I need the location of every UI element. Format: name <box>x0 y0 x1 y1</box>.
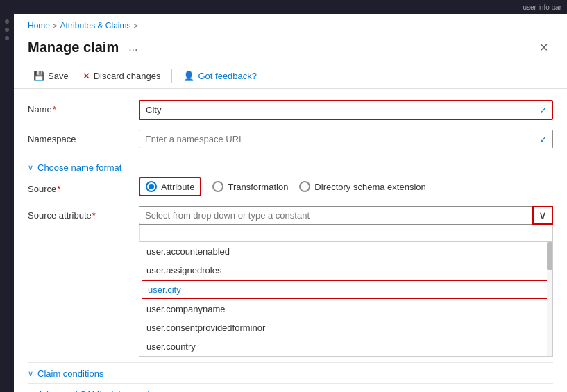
page-title-area: Manage claim ... <box>28 40 142 56</box>
dropdown-trigger-row: ∨ <box>139 206 553 225</box>
source-transformation-option[interactable]: Transformation <box>212 181 288 192</box>
name-input[interactable] <box>139 100 553 120</box>
feedback-button[interactable]: 👤 Got feedback? <box>178 68 262 84</box>
sidebar-dot-3 <box>5 36 9 40</box>
toolbar: 💾 Save ✕ Discard changes 👤 Got feedback? <box>14 64 567 89</box>
source-required: * <box>57 184 60 194</box>
top-bar-text: user info bar <box>523 3 561 11</box>
dropdown-item-country[interactable]: user.country <box>139 337 552 356</box>
attribute-radio-circle <box>146 181 157 192</box>
source-attr-required: * <box>92 210 96 221</box>
scrollbar-track[interactable] <box>547 242 552 356</box>
scrollbar-thumb <box>547 242 552 270</box>
claim-conditions-label: Claim conditions <box>37 368 103 379</box>
dropdown-items-list: user.accountenabled user.assignedroles u… <box>139 242 552 356</box>
dropdown-search-input[interactable] <box>139 225 552 242</box>
form-body: Name* ✓ Namespace ✓ ∨ Choose name format <box>14 89 567 392</box>
source-attribute-option[interactable]: Attribute <box>139 177 201 196</box>
namespace-label: Namespace <box>28 130 139 144</box>
transformation-radio-circle <box>212 181 223 192</box>
attribute-radio-inner <box>149 184 154 189</box>
page-title: Manage claim <box>28 40 119 56</box>
namespace-checkmark: ✓ <box>539 134 548 145</box>
discard-label: Discard changes <box>94 71 161 81</box>
directory-radio-label: Directory schema extension <box>314 182 425 192</box>
breadcrumb-home[interactable]: Home <box>28 21 50 31</box>
source-directory-option[interactable]: Directory schema extension <box>299 181 425 192</box>
chevron-down-icon: ∨ <box>539 209 547 222</box>
dropdown-item-city[interactable]: user.city <box>142 280 550 299</box>
attribute-radio-label: Attribute <box>161 182 194 192</box>
namespace-input-wrap: ✓ <box>139 130 553 148</box>
source-attribute-row: Source attribute* ∨ use <box>28 206 553 357</box>
advanced-saml-label: Advanced SAML claims options <box>37 389 164 392</box>
breadcrumb-sep-1: > <box>53 22 57 30</box>
source-attribute-input[interactable] <box>139 206 553 225</box>
advanced-saml-row[interactable]: ∨ Advanced SAML claims options <box>28 383 553 392</box>
feedback-icon: 👤 <box>183 71 194 81</box>
source-row: Source* Attribute Transformation <box>28 177 553 196</box>
save-button[interactable]: 💾 Save <box>28 68 74 84</box>
source-label: Source* <box>28 180 139 194</box>
feedback-label: Got feedback? <box>198 71 257 81</box>
namespace-row: Namespace ✓ <box>28 130 553 148</box>
claim-conditions-chevron: ∨ <box>28 369 33 378</box>
discard-changes-button[interactable]: ✕ Discard changes <box>77 68 167 84</box>
close-button[interactable]: ✕ <box>534 37 553 57</box>
sidebar <box>0 14 14 392</box>
dropdown-item-consent[interactable]: user.consentprovidedforminor <box>139 318 552 337</box>
name-label: Name* <box>28 100 139 114</box>
dropdown-scroll-container: user.accountenabled user.assignedroles u… <box>139 242 552 356</box>
directory-radio-circle <box>299 181 310 192</box>
save-label: Save <box>48 71 69 81</box>
sidebar-dot-1 <box>5 19 9 24</box>
dropdown-arrow-button[interactable]: ∨ <box>532 206 553 225</box>
namespace-input[interactable] <box>139 130 553 148</box>
dropdown-item-companyname[interactable]: user.companyname <box>139 300 552 318</box>
name-format-label: Choose name format <box>37 162 121 173</box>
sidebar-dot-2 <box>5 28 9 32</box>
discard-icon: ✕ <box>83 71 90 81</box>
name-format-chevron: ∨ <box>28 163 33 172</box>
name-input-wrap: ✓ <box>139 100 553 120</box>
name-row: Name* ✓ <box>28 100 553 120</box>
ellipsis-button[interactable]: ... <box>124 40 142 55</box>
breadcrumb-sep-2: > <box>133 22 137 30</box>
dropdown-item-accountenabled[interactable]: user.accountenabled <box>139 242 552 261</box>
source-radio-group: Attribute Transformation Directory schem… <box>139 177 553 196</box>
dropdown-item-assignedroles[interactable]: user.assignedroles <box>139 261 552 280</box>
main-content: Home > Attributes & Claims > Manage clai… <box>14 14 567 392</box>
source-attribute-dropdown-wrap: ∨ user.accountenabled user.assignedroles… <box>139 206 553 357</box>
source-attribute-label: Source attribute* <box>28 206 139 221</box>
claim-conditions-row[interactable]: ∨ Claim conditions <box>28 362 553 383</box>
choose-name-format-row[interactable]: ∨ Choose name format <box>28 158 553 177</box>
breadcrumb-attributes-claims[interactable]: Attributes & Claims <box>60 21 130 31</box>
source-options-wrap: Attribute Transformation Directory schem… <box>139 177 553 196</box>
name-checkmark: ✓ <box>539 105 548 116</box>
dropdown-list: user.accountenabled user.assignedroles u… <box>139 224 553 357</box>
save-icon: 💾 <box>33 71 44 81</box>
breadcrumb: Home > Attributes & Claims > <box>14 14 567 35</box>
page-header: Manage claim ... ✕ <box>14 35 567 64</box>
transformation-radio-label: Transformation <box>228 182 288 192</box>
toolbar-divider <box>171 69 172 83</box>
name-required: * <box>53 104 56 114</box>
